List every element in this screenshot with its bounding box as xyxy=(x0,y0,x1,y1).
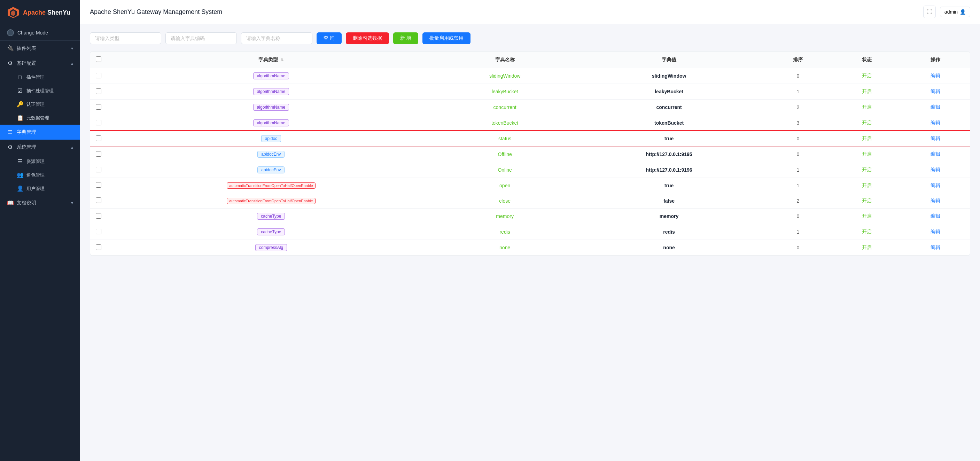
row-checkbox[interactable] xyxy=(90,84,107,100)
user-label: admin xyxy=(945,9,958,14)
header-checkbox[interactable] xyxy=(90,51,107,68)
row-sort: 1 xyxy=(764,224,832,240)
row-value: http://127.0.0.1:9195 xyxy=(574,146,764,162)
row-sort: 3 xyxy=(764,115,832,131)
row-sort: 1 xyxy=(764,178,832,193)
row-status: 开启 xyxy=(832,240,901,256)
batch-toggle-button[interactable]: 批量启用或禁用 xyxy=(422,32,471,44)
row-status: 开启 xyxy=(832,84,901,100)
row-sort: 2 xyxy=(764,193,832,208)
row-edit[interactable]: 编辑 xyxy=(901,68,970,84)
row-value: redis xyxy=(574,224,764,240)
row-checkbox[interactable] xyxy=(90,68,107,84)
user-avatar-icon: 👤 xyxy=(960,9,966,14)
row-value: slidingWindow xyxy=(574,68,764,84)
row-checkbox[interactable] xyxy=(90,224,107,240)
chevron-down-icon-2: ▾ xyxy=(71,200,73,205)
delete-button[interactable]: 删除勾选数据 xyxy=(346,32,389,44)
row-edit[interactable]: 编辑 xyxy=(901,115,970,131)
sidebar-item-resource-mgmt[interactable]: ☰ 资源管理 xyxy=(0,154,80,168)
row-status: 开启 xyxy=(832,146,901,162)
table-row: cacheType redis redis 1 开启 编辑 xyxy=(90,224,970,240)
table-row: apidocEnv Online http://127.0.0.1:9196 1… xyxy=(90,162,970,178)
row-edit[interactable]: 编辑 xyxy=(901,131,970,146)
sidebar-item-plugins-list[interactable]: 🔌插件列表 ▾ xyxy=(0,41,80,56)
row-status: 开启 xyxy=(832,131,901,146)
row-edit[interactable]: 编辑 xyxy=(901,240,970,256)
row-value: true xyxy=(574,131,764,146)
sidebar-item-auth-mgmt[interactable]: 🔑 认证管理 xyxy=(0,97,80,111)
row-checkbox[interactable] xyxy=(90,193,107,208)
row-checkbox[interactable] xyxy=(90,131,107,146)
row-type: apidoc xyxy=(107,131,435,146)
row-edit[interactable]: 编辑 xyxy=(901,208,970,224)
sidebar-item-meta-mgmt[interactable]: 📋 元数据管理 xyxy=(0,111,80,125)
name-filter-input[interactable] xyxy=(241,32,312,44)
row-type: apidocEnv xyxy=(107,162,435,178)
row-checkbox[interactable] xyxy=(90,146,107,162)
table-row: automaticTransitionFromOpenToHalfOpenEna… xyxy=(90,178,970,193)
code-filter-input[interactable] xyxy=(165,32,237,44)
row-edit[interactable]: 编辑 xyxy=(901,84,970,100)
search-button[interactable]: 查 询 xyxy=(317,32,342,44)
row-value: tokenBucket xyxy=(574,115,764,131)
auth-mgmt-icon: 🔑 xyxy=(17,101,23,108)
row-type: apidocEnv xyxy=(107,146,435,162)
chevron-up-icon-2: ▴ xyxy=(71,145,73,150)
top-bar-right: ⛶ admin 👤 xyxy=(923,6,970,18)
page-title: Apache ShenYu Gateway Management System xyxy=(90,8,222,16)
user-mgmt-icon: 👤 xyxy=(17,185,23,192)
row-edit[interactable]: 编辑 xyxy=(901,224,970,240)
row-name: open xyxy=(435,178,574,193)
sidebar-item-system-mgmt[interactable]: ⚙系统管理 ▴ xyxy=(0,140,80,154)
row-name: none xyxy=(435,240,574,256)
add-button[interactable]: 新 增 xyxy=(393,32,418,44)
row-name: concurrent xyxy=(435,100,574,115)
row-status: 开启 xyxy=(832,224,901,240)
row-type: compressAlg xyxy=(107,240,435,256)
table-row: algorithmName tokenBucket tokenBucket 3 … xyxy=(90,115,970,131)
meta-mgmt-icon: 📋 xyxy=(17,114,23,121)
row-name: Offline xyxy=(435,146,574,162)
fullscreen-button[interactable]: ⛶ xyxy=(923,6,936,18)
main-content: Apache ShenYu Gateway Management System … xyxy=(80,0,980,461)
user-menu-button[interactable]: admin 👤 xyxy=(940,6,970,17)
docs-icon: 📖 xyxy=(7,200,13,206)
row-checkbox[interactable] xyxy=(90,208,107,224)
row-checkbox[interactable] xyxy=(90,240,107,256)
row-edit[interactable]: 编辑 xyxy=(901,193,970,208)
row-status: 开启 xyxy=(832,115,901,131)
row-name: leakyBucket xyxy=(435,84,574,100)
row-type: algorithmName xyxy=(107,84,435,100)
change-mode-button[interactable]: Change Mode xyxy=(0,25,80,41)
row-status: 开启 xyxy=(832,208,901,224)
sidebar-section: 🔌插件列表 ▾ ⚙基础配置 ▴ □ 插件管理 ☑ 插件处理管理 🔑 认证管理 📋… xyxy=(0,41,80,210)
sidebar-item-docs[interactable]: 📖文档说明 ▾ xyxy=(0,196,80,210)
sort-icon[interactable]: ⇅ xyxy=(281,58,283,62)
row-sort: 0 xyxy=(764,146,832,162)
sidebar-item-plugin-mgmt[interactable]: □ 插件管理 xyxy=(0,71,80,84)
table-row: automaticTransitionFromOpenToHalfOpenEna… xyxy=(90,193,970,208)
row-checkbox[interactable] xyxy=(90,178,107,193)
row-checkbox[interactable] xyxy=(90,100,107,115)
row-status: 开启 xyxy=(832,178,901,193)
type-filter-input[interactable] xyxy=(90,32,161,44)
sidebar-item-plugin-handler[interactable]: ☑ 插件处理管理 xyxy=(0,84,80,97)
logo: Apache ShenYu xyxy=(0,0,80,25)
row-edit[interactable]: 编辑 xyxy=(901,162,970,178)
logo-text: Apache ShenYu xyxy=(23,9,70,16)
sidebar-item-role-mgmt[interactable]: 👥 角色管理 xyxy=(0,168,80,182)
sidebar-item-basic-config[interactable]: ⚙基础配置 ▴ xyxy=(0,56,80,71)
filter-bar: 查 询 删除勾选数据 新 增 批量启用或禁用 xyxy=(90,32,970,44)
row-checkbox[interactable] xyxy=(90,115,107,131)
table-row: apidocEnv Offline http://127.0.0.1:9195 … xyxy=(90,146,970,162)
sidebar-item-user-mgmt[interactable]: 👤 用户管理 xyxy=(0,182,80,196)
header-status: 状态 xyxy=(832,51,901,68)
row-edit[interactable]: 编辑 xyxy=(901,146,970,162)
row-checkbox[interactable] xyxy=(90,162,107,178)
row-edit[interactable]: 编辑 xyxy=(901,178,970,193)
sidebar-item-dict-mgmt[interactable]: ☰ 字典管理 xyxy=(0,125,80,140)
mode-dot xyxy=(7,29,14,36)
row-status: 开启 xyxy=(832,162,901,178)
row-edit[interactable]: 编辑 xyxy=(901,100,970,115)
